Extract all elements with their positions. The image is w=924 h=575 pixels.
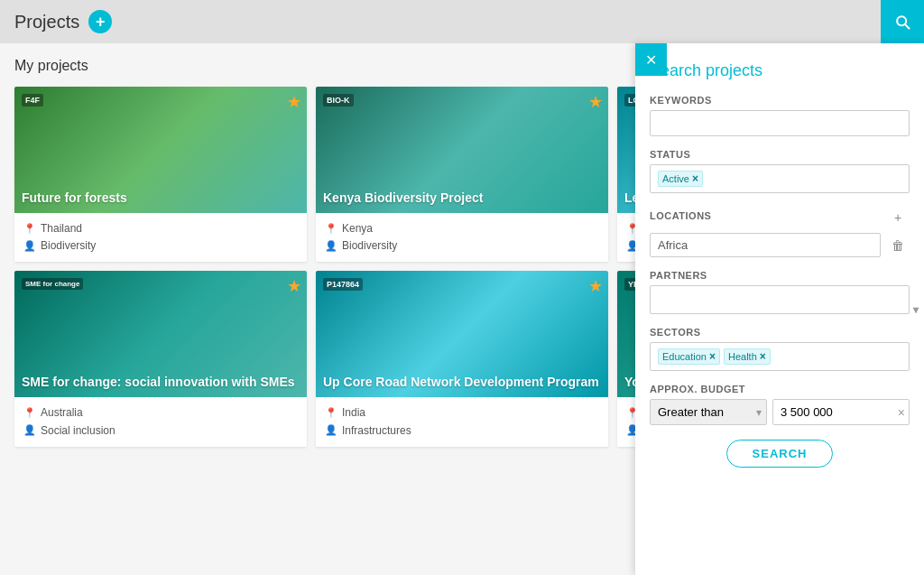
project-name-2: Kenya Biodiversity Project xyxy=(323,190,601,206)
partners-section: PARTNERS ▾ xyxy=(650,270,910,314)
page-title: Projects xyxy=(14,12,79,32)
keywords-input[interactable] xyxy=(650,110,910,136)
project-sector-4: Social inclusion xyxy=(41,422,116,440)
budget-operator-wrapper: Greater than Less than Equal to ▾ xyxy=(650,399,767,425)
header-search-button[interactable] xyxy=(881,0,924,43)
project-info-5: 📍 India 👤 Infrastructures xyxy=(316,397,608,446)
sector-chip-health: Health × xyxy=(724,348,771,365)
project-tag-row-4: SME for change xyxy=(22,278,300,290)
search-icon xyxy=(893,13,911,31)
project-location-4: Australia xyxy=(41,404,83,422)
status-chip-active: Active × xyxy=(658,171,703,187)
location-icon-4: 📍 xyxy=(23,405,36,422)
sector-icon-5: 👤 xyxy=(325,422,337,439)
project-sector-row-1: 👤 Biodiversity xyxy=(23,237,298,255)
project-tag-row-2: BIO-K xyxy=(323,94,601,107)
project-sector-row-2: 👤 Biodiversity xyxy=(325,237,599,255)
budget-value-wrapper: × xyxy=(772,399,910,425)
project-tag-5: P147864 xyxy=(323,278,363,291)
star-icon-2[interactable]: ★ xyxy=(588,92,603,112)
search-button[interactable]: SEARCH xyxy=(726,440,834,468)
table-row[interactable]: F4F ★ Future for forests 📍 Thailand 👤 Bi… xyxy=(14,87,307,262)
project-sector-row-5: 👤 Infrastructures xyxy=(325,422,599,440)
budget-operator-select[interactable]: Greater than Less than Equal to xyxy=(650,399,767,425)
status-label: STATUS xyxy=(650,149,910,160)
sector-health-remove[interactable]: × xyxy=(760,350,766,363)
search-panel: ✕ Search projects KEYWORDS STATUS Active… xyxy=(635,43,924,575)
table-row[interactable]: P147864 ★ Up Core Road Network Developme… xyxy=(316,271,608,446)
locations-row: Africa 🗑 xyxy=(650,233,910,257)
project-location-5: India xyxy=(342,404,365,422)
partners-dropdown[interactable]: ▾ xyxy=(650,285,910,314)
location-value: Africa xyxy=(650,233,881,257)
budget-section: APPROX. BUDGET Greater than Less than Eq… xyxy=(650,384,910,425)
sectors-chevron-icon: ▾ xyxy=(913,303,919,316)
partners-label: PARTNERS xyxy=(650,270,910,281)
project-info-2: 📍 Kenya 👤 Biodiversity xyxy=(316,213,608,262)
project-sector-5: Infrastructures xyxy=(342,422,411,440)
star-icon-4[interactable]: ★ xyxy=(287,276,301,296)
project-sector-row-4: 👤 Social inclusion xyxy=(23,422,298,440)
project-location-row-2: 📍 Kenya xyxy=(325,220,599,237)
project-location-row-5: 📍 India xyxy=(325,404,599,422)
budget-value-input[interactable] xyxy=(772,399,910,425)
add-location-button[interactable]: + xyxy=(886,206,910,229)
delete-location-button[interactable]: 🗑 xyxy=(886,234,910,257)
project-name-5: Up Core Road Network Development Program xyxy=(323,374,601,390)
project-name-4: SME for change: social innovation with S… xyxy=(22,374,300,390)
project-location-2: Kenya xyxy=(342,220,373,237)
budget-row: Greater than Less than Equal to ▾ × xyxy=(650,399,910,425)
close-search-panel-button[interactable]: ✕ xyxy=(635,43,667,76)
locations-section: LOCATIONS + Africa 🗑 xyxy=(650,206,910,257)
project-image-1: F4F ★ Future for forests xyxy=(14,87,307,213)
star-icon-5[interactable]: ★ xyxy=(588,276,603,296)
add-project-button[interactable]: + xyxy=(88,10,112,33)
status-section: STATUS Active × ▾ xyxy=(650,149,910,193)
search-panel-title: Search projects xyxy=(650,61,910,80)
keywords-label: KEYWORDS xyxy=(650,95,910,106)
sectors-label: SECTORS xyxy=(650,327,910,338)
star-icon-1[interactable]: ★ xyxy=(287,92,301,112)
project-name-1: Future for forests xyxy=(22,190,300,206)
sector-icon-1: 👤 xyxy=(23,238,36,255)
sector-icon-2: 👤 xyxy=(325,238,337,255)
project-tag-1: F4F xyxy=(22,94,43,107)
budget-label: APPROX. BUDGET xyxy=(650,384,910,394)
project-sector-2: Biodiversity xyxy=(342,237,397,255)
status-chip-remove[interactable]: × xyxy=(692,172,698,185)
location-icon-5: 📍 xyxy=(325,405,337,422)
sectors-dropdown[interactable]: Education × Health × ▾ xyxy=(650,342,910,371)
locations-label: LOCATIONS xyxy=(650,210,711,221)
project-tag-row-5: P147864 xyxy=(323,278,601,291)
sector-education-remove[interactable]: × xyxy=(709,350,716,363)
project-image-5: P147864 ★ Up Core Road Network Developme… xyxy=(316,271,608,397)
project-info-4: 📍 Australia 👤 Social inclusion xyxy=(14,397,307,446)
project-location-1: Thailand xyxy=(41,220,82,237)
budget-clear-button[interactable]: × xyxy=(898,405,905,420)
project-info-1: 📍 Thailand 👤 Biodiversity xyxy=(14,213,307,262)
location-icon-1: 📍 xyxy=(23,221,36,237)
sectors-section: SECTORS Education × Health × ▾ xyxy=(650,327,910,371)
main-area: My projects F4F ★ Future for forests 📍 T… xyxy=(0,43,924,575)
project-sector-1: Biodiversity xyxy=(41,237,96,255)
keywords-section: KEYWORDS xyxy=(650,95,910,136)
close-icon: ✕ xyxy=(645,51,657,69)
header: Projects + xyxy=(0,0,924,43)
sector-icon-4: 👤 xyxy=(23,422,36,439)
project-tag-row-1: F4F xyxy=(22,94,300,107)
status-dropdown[interactable]: Active × ▾ xyxy=(650,164,910,193)
location-icon-2: 📍 xyxy=(325,221,337,237)
table-row[interactable]: BIO-K ★ Kenya Biodiversity Project 📍 Ken… xyxy=(316,87,608,262)
project-image-4: SME for change ★ SME for change: social … xyxy=(14,271,307,397)
locations-header: LOCATIONS + xyxy=(650,206,910,229)
project-tag-4: SME for change xyxy=(22,278,83,290)
project-tag-2: BIO-K xyxy=(323,94,354,107)
table-row[interactable]: SME for change ★ SME for change: social … xyxy=(14,271,307,446)
project-location-row-1: 📍 Thailand xyxy=(23,220,298,237)
project-location-row-4: 📍 Australia xyxy=(23,404,298,422)
project-image-2: BIO-K ★ Kenya Biodiversity Project xyxy=(316,87,608,213)
sector-chip-education: Education × xyxy=(658,348,720,365)
